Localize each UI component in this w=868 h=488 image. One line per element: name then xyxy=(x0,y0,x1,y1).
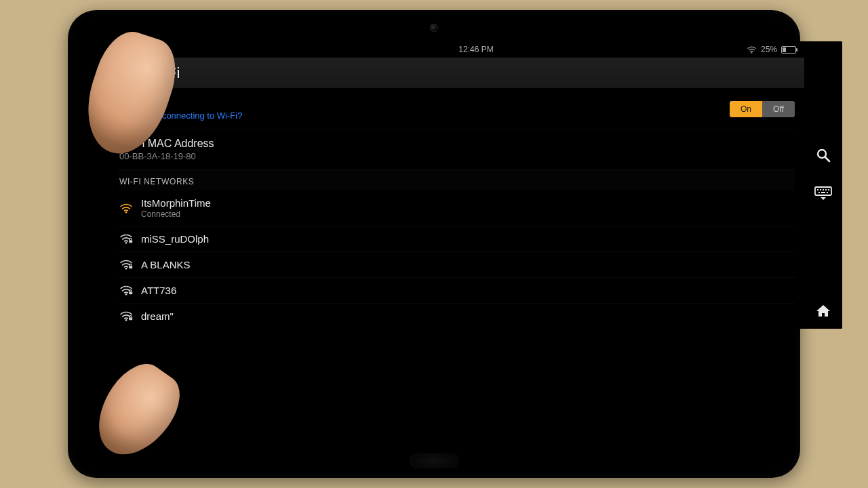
wifi-help-link[interactable]: Need help connecting to Wi-Fi? xyxy=(119,110,242,121)
network-list: ItsMorphinTime Connected miSS_ruDOlph xyxy=(119,190,795,329)
svg-rect-9 xyxy=(129,317,132,320)
svg-rect-18 xyxy=(818,192,820,193)
clock: 12:46 PM xyxy=(458,45,493,54)
mac-address-row: Wi-Fi MAC Address 00-BB-3A-18-19-80 xyxy=(119,129,795,169)
page-title: Wi-Fi xyxy=(144,64,180,82)
battery-icon xyxy=(781,46,796,54)
wifi-lock-icon xyxy=(119,311,133,321)
wifi-toggle[interactable]: On Off xyxy=(730,101,795,117)
svg-rect-15 xyxy=(823,189,824,190)
svg-rect-16 xyxy=(825,189,827,190)
mac-address-value: 00-BB-3A-18-19-80 xyxy=(119,151,795,161)
svg-point-4 xyxy=(125,268,127,270)
wifi-toggle-on[interactable]: On xyxy=(730,101,762,117)
network-name: ItsMorphinTime xyxy=(141,197,211,209)
network-name: miSS_ruDOlph xyxy=(141,233,209,245)
wifi-toggle-row: Wi-Fi Need help connecting to Wi-Fi? On … xyxy=(119,89,795,129)
svg-rect-12 xyxy=(815,187,831,195)
svg-point-8 xyxy=(125,319,127,321)
svg-rect-3 xyxy=(129,240,132,243)
wifi-status-icon xyxy=(747,46,757,54)
network-name: A BLANKS xyxy=(141,259,191,270)
network-name: ATT736 xyxy=(141,285,176,296)
svg-rect-17 xyxy=(828,189,829,190)
network-row[interactable]: miSS_ruDOlph xyxy=(119,226,795,251)
svg-point-0 xyxy=(751,52,753,53)
svg-point-2 xyxy=(125,242,127,244)
svg-line-11 xyxy=(825,157,829,161)
wifi-label: Wi-Fi xyxy=(119,97,242,109)
network-row[interactable]: ItsMorphinTime Connected xyxy=(119,190,795,226)
network-name: dream" xyxy=(141,310,174,322)
svg-point-1 xyxy=(125,211,127,214)
tablet-frame: e's 3rd Kindle 12:46 PM 25% Wi-Fi xyxy=(68,10,800,478)
mac-address-label: Wi-Fi MAC Address xyxy=(119,138,795,150)
svg-rect-5 xyxy=(129,266,132,268)
svg-rect-19 xyxy=(821,192,825,193)
wifi-lock-icon xyxy=(119,234,133,244)
nav-rail xyxy=(804,41,842,329)
svg-rect-14 xyxy=(820,189,821,190)
page-header: Wi-Fi xyxy=(110,58,804,89)
keyboard-icon[interactable] xyxy=(814,186,832,201)
hand-overlay xyxy=(72,334,221,483)
device-name: e's 3rd Kindle xyxy=(118,45,167,54)
wifi-toggle-off[interactable]: Off xyxy=(762,101,795,117)
front-camera xyxy=(430,24,438,32)
svg-rect-20 xyxy=(827,192,828,193)
network-row[interactable]: ATT736 xyxy=(119,277,795,303)
network-row[interactable]: dream" xyxy=(119,303,795,329)
svg-rect-7 xyxy=(129,291,132,294)
home-icon[interactable] xyxy=(815,303,831,319)
battery-percent: 25% xyxy=(761,45,777,54)
wifi-lock-icon xyxy=(119,260,133,270)
search-icon[interactable] xyxy=(815,147,831,163)
svg-point-6 xyxy=(125,293,127,296)
network-status: Connected xyxy=(141,209,211,219)
networks-section-header: WI-FI NETWORKS xyxy=(119,170,795,190)
home-button[interactable] xyxy=(410,453,458,468)
svg-rect-13 xyxy=(817,189,818,190)
screen: e's 3rd Kindle 12:46 PM 25% Wi-Fi xyxy=(110,41,842,329)
status-bar: e's 3rd Kindle 12:46 PM 25% xyxy=(110,41,804,58)
network-row[interactable]: A BLANKS xyxy=(119,251,795,277)
back-icon[interactable] xyxy=(119,66,134,81)
wifi-icon xyxy=(119,203,133,214)
wifi-lock-icon xyxy=(119,285,133,296)
